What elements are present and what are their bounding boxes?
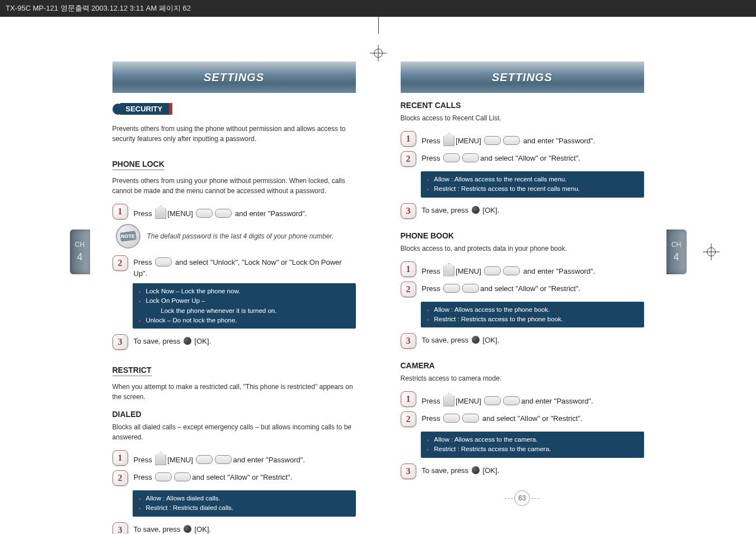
info-item: Allow : Allows access to the phone book. [434,305,638,315]
recent-calls-step-3: 3 To save, press [OK]. [401,203,644,219]
navkey-icon [155,472,172,481]
camera-heading: CAMERA [401,361,644,370]
step-number-1-icon: 1 [401,131,416,147]
info-item: Lock On Power Up – [146,296,350,306]
info-item: Allow : Allows access to the recent call… [434,175,638,184]
dialed-intro: Blocks all dialed calls – except emergen… [112,422,356,442]
ok-button-icon [472,206,480,214]
restrict-intro: When you attempt to make a restricted ca… [112,382,356,402]
camera-options-box: Allow : Allows access to the camera. Res… [421,432,644,458]
numkey-icon [484,266,501,275]
step-text: To save, press [OK]. [134,334,212,347]
info-item: Restrict : Restricts dialed calls. [146,503,350,513]
note-text: The default password is the last 4 digit… [147,232,334,240]
navkey-icon [462,153,479,162]
step-number-1-icon: 1 [112,450,128,466]
step-text: Press [MENU] and enter "Password". [422,261,595,277]
right-title-text: SETTINGS [492,71,552,84]
step-number-1-icon: 1 [401,261,416,277]
phone-lock-heading: PHONE LOCK [112,160,165,170]
camera-step-1: 1 Press [MENU] and enter "Password". [401,391,644,407]
recent-calls-step-2: 2 Press and select "Allow" or "Restrict"… [401,151,644,167]
phone-book-step-3: 3 To save, press [OK]. [401,333,644,349]
softkey-icon [443,393,454,406]
left-page: CH 4 SETTINGS SECURITY Prevents others f… [90,39,378,534]
info-item-sub: Lock the phone whenever it is turned on. [138,306,350,316]
step-text: To save, press [OK]. [134,522,212,535]
ok-button-icon [472,466,480,474]
step-number-3-icon: 3 [112,522,128,535]
dialed-step-1: 1 Press [MENU] and enter "Password". [112,450,356,466]
step-text: Press and select "Allow" or "Restrict". [422,411,583,424]
step-text: Press and select "Allow" or "Restrict". [422,282,581,294]
step-text: Press [MENU] and enter "Password". [422,131,595,147]
ok-button-icon [184,337,191,345]
navkey-icon [443,284,460,293]
chapter-tab-left: CH 4 [70,229,90,274]
dialed-step-3: 3 To save, press [OK]. [112,522,356,535]
step-number-3-icon: 3 [401,203,416,219]
chapter-tab-ch: CH [75,241,84,248]
phone-book-step-2: 2 Press and select "Allow" or "Restrict"… [401,282,644,297]
numkey-icon [503,266,520,275]
recent-calls-options-box: Allow : Allows access to the recent call… [421,171,644,198]
phone-lock-step-3: 3 To save, press [OK]. [112,334,356,350]
recent-calls-intro: Blocks access to Recent Call List. [401,113,644,123]
navkey-icon [155,257,172,266]
recent-calls-step-1: 1 Press [MENU] and enter "Password". [401,131,644,147]
left-title-banner: SETTINGS [112,62,356,93]
step-text: Press [MENU] and enter "Password". [134,450,305,466]
registration-mark-right [703,243,720,260]
phone-book-options-box: Allow : Allows access to the phone book.… [421,302,644,328]
numkey-icon [484,396,501,405]
navkey-icon [462,414,479,423]
dialed-step-2: 2 Press and select "Allow" or "Restrict"… [112,470,356,486]
step-text: Press and select "Unlock", "Lock Now" or… [134,255,356,279]
softkey-icon [155,452,166,465]
numkey-icon [503,136,520,145]
step-text: Press and select "Allow" or "Restrict". [134,470,293,483]
chapter-tab-num: 4 [77,251,82,263]
numkey-icon [215,455,232,464]
camera-intro: Restricts access to camera mode. [401,373,644,383]
section-pill-security: SECURITY [112,103,173,115]
phone-book-heading: PHONE BOOK [401,231,644,240]
phone-lock-step-1: 1 Press [MENU] and enter "Password". [112,204,356,219]
chapter-tab-ch: CH [672,241,681,248]
softkey-icon [443,133,454,146]
page-spread: CH 4 SETTINGS SECURITY Prevents others f… [90,39,666,534]
numkey-icon [503,396,520,405]
step-text: To save, press [OK]. [422,463,500,476]
step-number-2-icon: 2 [112,255,128,271]
step-number-3-icon: 3 [112,334,128,350]
phone-book-intro: Blocks access to, and protects data in y… [401,243,644,254]
info-item: Lock Now – Lock the phone now. [146,287,350,296]
camera-step-2: 2 Press and select "Allow" or "Restrict"… [401,411,644,427]
right-page-number: 63 [401,490,644,506]
phone-lock-options-box: Lock Now – Lock the phone now. Lock On P… [133,283,356,329]
note-icon: NOTE [116,224,140,249]
info-item: Allow : Allows dialed calls. [146,494,350,503]
dialed-options-box: Allow : Allows dialed calls. Restrict : … [133,490,356,517]
navkey-icon [462,284,479,293]
page-number-value: 63 [514,490,530,506]
left-title-text: SETTINGS [204,71,264,84]
right-page: CH 4 SETTINGS RECENT CALLS Blocks access… [378,39,666,534]
phone-lock-step-2: 2 Press and select "Unlock", "Lock Now" … [112,255,356,279]
numkey-icon [196,209,213,218]
step-number-2-icon: 2 [401,411,416,427]
step-text: To save, press [OK]. [422,333,500,346]
pill-label: SECURITY [120,103,173,115]
info-item: Restrict : Restricts access to the camer… [434,444,638,454]
step-number-1-icon: 1 [401,391,416,407]
step-number-1-icon: 1 [112,204,128,219]
dialed-heading: DIALED [112,410,356,419]
security-intro: Prevents others from using the phone wit… [112,124,356,144]
navkey-icon [174,472,191,481]
softkey-icon [443,263,454,277]
step-number-3-icon: 3 [401,463,416,479]
right-title-banner: SETTINGS [401,62,644,93]
info-item: Allow : Allows access to the camera. [434,435,638,444]
recent-calls-heading: RECENT CALLS [401,101,644,110]
phone-book-step-1: 1 Press [MENU] and enter "Password". [401,261,644,277]
